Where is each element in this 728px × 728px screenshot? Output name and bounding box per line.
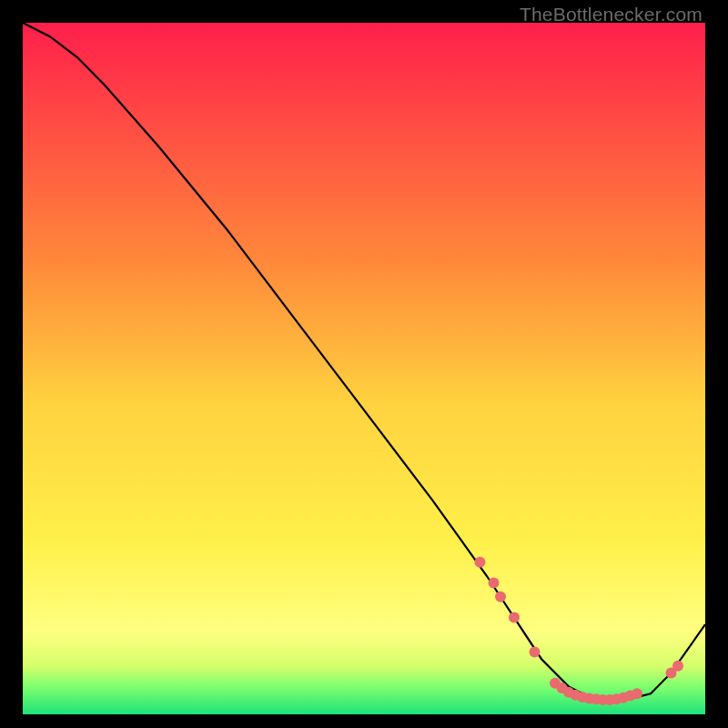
highlight-dot <box>509 612 520 623</box>
chart-background <box>23 23 705 714</box>
highlight-dot <box>489 578 500 589</box>
highlight-dot <box>475 557 486 568</box>
watermark-text: TheBottlenecker.com <box>520 4 703 25</box>
chart-frame <box>23 23 705 714</box>
highlight-dot <box>530 647 541 658</box>
highlight-dot <box>495 592 506 602</box>
chart-svg <box>23 23 705 714</box>
highlight-dot <box>632 688 642 699</box>
highlight-dot <box>672 661 683 672</box>
